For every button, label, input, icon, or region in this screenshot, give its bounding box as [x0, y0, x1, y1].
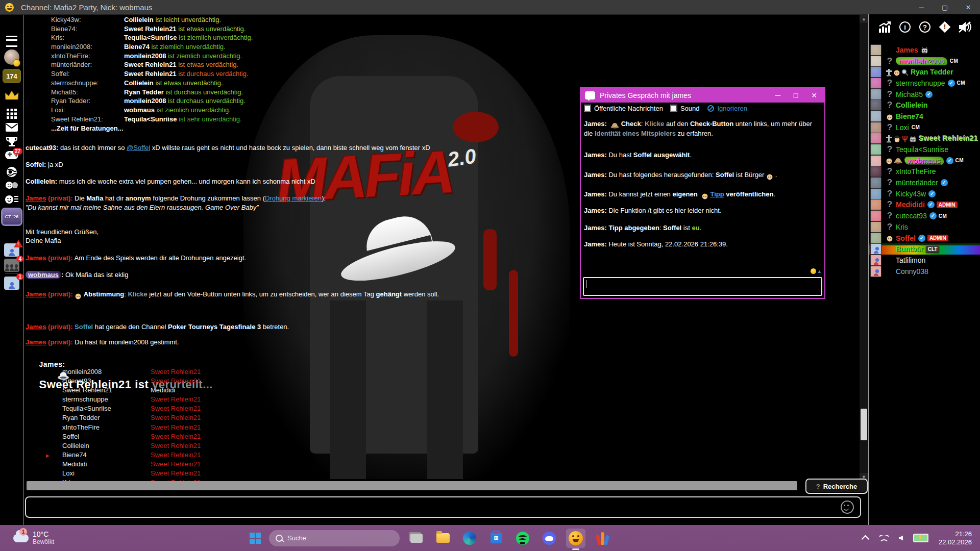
user-name[interactable]: münterländer — [896, 179, 938, 187]
user-name[interactable]: Soffel — [896, 234, 916, 242]
pm-titlebar[interactable]: Privates Gespräch mit james ─ □ ✕ — [581, 88, 824, 103]
help-icon[interactable]: ? — [918, 20, 932, 34]
user-name[interactable]: Buntbär — [896, 245, 923, 253]
tray-chevron-up-icon[interactable] — [862, 535, 870, 543]
pm-emoji-button[interactable]: ▲ — [811, 268, 823, 274]
user-name[interactable]: Loxi — [896, 123, 909, 132]
pm-minimize-button[interactable]: ─ — [775, 91, 780, 99]
user-row[interactable]: ?Collielein — [869, 99, 980, 111]
stats-icon[interactable] — [878, 20, 892, 34]
sound-muted-icon[interactable] — [958, 20, 971, 34]
user-name[interactable]: monilein2008 — [896, 57, 947, 65]
user-row[interactable]: ?Kicky43w✓ — [869, 188, 980, 199]
user-name[interactable]: cutecat93 — [896, 212, 927, 220]
games-button[interactable]: 27 — [0, 151, 23, 160]
level-badge[interactable]: 174 — [0, 69, 23, 83]
user-row[interactable]: ?Medididi✓ADMIN — [869, 199, 980, 211]
file-explorer-button[interactable] — [433, 529, 453, 548]
user-row[interactable]: ?münterländer✓ — [869, 177, 980, 188]
discord-button[interactable] — [540, 529, 559, 548]
user-name[interactable]: Micha85 — [896, 90, 923, 98]
user-row[interactable]: James — [869, 44, 980, 56]
store-button[interactable]: ⊞ — [486, 529, 506, 548]
user-row[interactable]: ?xIntoTheFire — [869, 166, 980, 178]
user-name[interactable]: Kris — [896, 223, 908, 231]
user-name[interactable]: Conny038 — [896, 267, 928, 276]
recherche-button[interactable]: ? Recherche — [805, 479, 868, 494]
user-row[interactable]: ?Micha85✓ — [869, 89, 980, 100]
scrollbar-thumb[interactable] — [861, 409, 867, 440]
volume-icon[interactable] — [899, 536, 903, 541]
user-name[interactable]: sterrnschnuppe — [896, 79, 945, 87]
profile-avatar[interactable] — [0, 49, 23, 65]
pm-close-button[interactable]: ✕ — [811, 91, 817, 99]
user-row[interactable]: Ryan Tedder — [869, 66, 980, 78]
user-name[interactable]: Medididi — [896, 201, 925, 209]
chat-horizontal-scrollbar[interactable] — [27, 481, 797, 490]
user-name[interactable]: Tequila<Sunriise — [896, 145, 948, 154]
chat-vertical-scrollbar[interactable]: ▲ ▼ — [860, 15, 868, 481]
user-name[interactable]: Ryan Tedder — [911, 68, 953, 76]
community-button[interactable] — [0, 181, 23, 189]
user-name[interactable]: Collielein — [896, 101, 927, 109]
pm-input[interactable] — [583, 277, 822, 296]
mail-button[interactable] — [0, 123, 23, 132]
user-name[interactable]: James — [896, 46, 918, 54]
edge-button[interactable] — [460, 529, 479, 548]
user-name[interactable]: Biene74 — [896, 112, 923, 120]
user-row[interactable]: Soffel✓ADMIN — [869, 233, 980, 244]
user-row[interactable]: ?LoxiCM — [869, 122, 980, 133]
public-messages-checkbox[interactable] — [584, 105, 591, 112]
window-close-button[interactable]: ✕ — [957, 0, 980, 14]
user-name[interactable]: xIntoTheFire — [896, 167, 936, 176]
scroll-up-arrow-icon[interactable]: ▲ — [860, 15, 868, 23]
wifi-icon[interactable] — [879, 535, 889, 541]
ignore-link[interactable]: Ignorieren — [717, 105, 747, 112]
chat-link[interactable]: Tipp — [710, 190, 724, 198]
knuddels-button[interactable] — [566, 529, 585, 548]
user-row[interactable]: Sweet Rehlein21 — [869, 133, 980, 144]
person-button[interactable]: 1 — [0, 277, 23, 290]
apps-grid-button[interactable] — [0, 109, 23, 119]
trophy-button[interactable] — [0, 137, 23, 147]
alerts-person-button[interactable] — [0, 243, 23, 257]
chat-input[interactable] — [25, 496, 861, 518]
user-name[interactable]: wobmaus — [904, 157, 944, 165]
world-button[interactable] — [0, 166, 23, 178]
pm-maximize-button[interactable]: □ — [794, 91, 798, 99]
chat-link[interactable]: Drohung markieren — [265, 194, 322, 202]
user-row[interactable]: Biene74 — [869, 111, 980, 122]
user-row[interactable]: ?Kris — [869, 221, 980, 233]
report-icon[interactable]: ! — [938, 20, 951, 34]
user-row[interactable]: BuntbärCLT — [869, 243, 980, 255]
user-row[interactable]: ?monilein2008CM — [869, 56, 980, 67]
user-row[interactable]: ?sterrnschnuppe✓CM — [869, 78, 980, 89]
user-row[interactable]: ?Tequila<Sunriise — [869, 144, 980, 155]
contacts-button[interactable] — [0, 195, 23, 204]
event-ct26-button[interactable]: CT '26 — [0, 209, 23, 224]
chat-link[interactable]: @Soffel — [127, 144, 150, 152]
groups-button[interactable]: 4 — [0, 259, 23, 272]
sound-checkbox[interactable] — [670, 105, 677, 112]
taskbar-clock[interactable]: 21:26 22.02.2026 — [939, 530, 972, 546]
user-name[interactable]: Tatlilimon — [896, 256, 925, 264]
user-row[interactable]: ?cutecat93✓CM — [869, 210, 980, 221]
info-icon[interactable]: i — [898, 20, 912, 34]
weather-widget[interactable]: 1 10°C Bewölkt — [13, 531, 54, 545]
task-view-button[interactable] — [407, 529, 426, 548]
menu-button[interactable] — [0, 36, 23, 47]
window-minimize-button[interactable]: ─ — [910, 0, 933, 14]
user-row[interactable]: wobmaus✓CM — [869, 155, 980, 166]
user-row[interactable]: Tatlilimon — [869, 255, 980, 266]
battery-charging-icon[interactable] — [913, 534, 928, 542]
start-button[interactable] — [250, 533, 261, 544]
smiley-icon[interactable] — [841, 500, 854, 514]
taskbar-search[interactable]: Suche — [269, 530, 400, 546]
flame-app-button[interactable] — [593, 529, 612, 548]
spotify-button[interactable] — [513, 529, 532, 548]
user-row[interactable]: Conny038 — [869, 266, 980, 277]
user-name[interactable]: Kicky43w — [896, 190, 926, 198]
window-maximize-button[interactable]: ▢ — [933, 0, 957, 14]
user-name[interactable]: Sweet Rehlein21 — [919, 134, 978, 142]
crown-button[interactable] — [0, 90, 23, 102]
